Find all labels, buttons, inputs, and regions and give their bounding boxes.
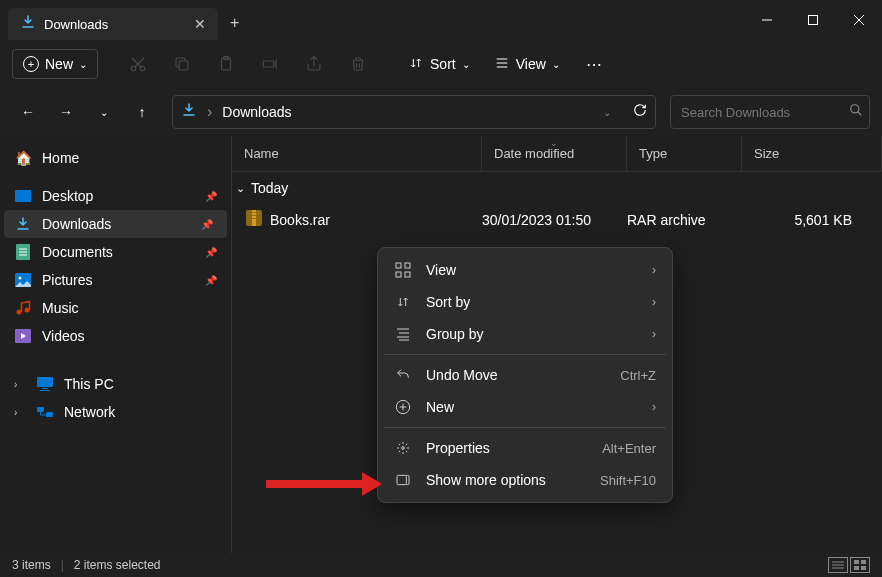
sidebar-label: This PC xyxy=(64,376,114,392)
svg-rect-45 xyxy=(854,566,859,570)
tab-title: Downloads xyxy=(44,17,186,32)
tab[interactable]: Downloads ✕ xyxy=(8,8,218,40)
context-view[interactable]: View › xyxy=(384,254,666,286)
path-chevron-icon: › xyxy=(207,103,212,121)
sidebar-item-pictures[interactable]: Pictures 📌 xyxy=(0,266,231,294)
svg-point-24 xyxy=(19,277,22,280)
share-button[interactable] xyxy=(294,46,334,82)
context-group-by[interactable]: Group by › xyxy=(384,318,666,350)
file-row[interactable]: Books.rar 30/01/2023 01:50 RAR archive 5… xyxy=(232,204,882,235)
column-size[interactable]: Size xyxy=(742,136,882,171)
details-view-button[interactable] xyxy=(828,557,848,573)
sidebar-item-network[interactable]: › Network xyxy=(0,398,231,426)
home-icon: 🏠 xyxy=(14,150,32,166)
group-header-today[interactable]: ⌄ Today xyxy=(232,172,882,204)
svg-rect-39 xyxy=(252,218,256,219)
thumbnails-view-button[interactable] xyxy=(850,557,870,573)
svg-rect-38 xyxy=(252,215,256,216)
column-type[interactable]: Type xyxy=(627,136,742,171)
chevron-right-icon: › xyxy=(652,400,656,414)
show-more-icon xyxy=(394,472,412,488)
sort-button[interactable]: Sort ⌄ xyxy=(398,49,480,80)
chevron-down-icon[interactable]: ⌄ xyxy=(603,107,611,118)
back-button[interactable]: ← xyxy=(12,96,44,128)
svg-rect-11 xyxy=(263,61,274,67)
svg-rect-37 xyxy=(252,212,256,213)
more-button[interactable]: ⋯ xyxy=(574,46,614,82)
file-size: 5,601 KB xyxy=(742,212,882,228)
pin-icon: 📌 xyxy=(205,247,217,258)
forward-button[interactable]: → xyxy=(50,96,82,128)
close-button[interactable] xyxy=(836,0,882,40)
up-button[interactable]: ↑ xyxy=(126,96,158,128)
context-undo-move[interactable]: Undo Move Ctrl+Z xyxy=(384,359,666,391)
sidebar-label: Videos xyxy=(42,328,85,344)
chevron-right-icon: › xyxy=(652,327,656,341)
refresh-button[interactable] xyxy=(633,103,647,121)
context-show-more[interactable]: Show more options Shift+F10 xyxy=(384,464,666,496)
rar-file-icon xyxy=(246,210,262,229)
sort-indicator-icon: ⌄ xyxy=(550,138,558,148)
new-label: New xyxy=(45,56,73,72)
item-count: 3 items xyxy=(12,558,51,572)
sort-icon xyxy=(408,55,424,74)
new-tab-button[interactable]: + xyxy=(230,14,239,32)
network-icon xyxy=(36,405,54,419)
file-name: Books.rar xyxy=(270,212,330,228)
expand-icon[interactable]: › xyxy=(14,379,24,390)
sidebar: 🏠 Home Desktop 📌 Downloads 📌 Documents 📌… xyxy=(0,136,232,553)
sort-label: Sort xyxy=(430,56,456,72)
shortcut: Alt+Enter xyxy=(602,441,656,456)
sidebar-label: Network xyxy=(64,404,115,420)
chevron-right-icon: › xyxy=(652,295,656,309)
search-icon[interactable] xyxy=(849,103,863,121)
context-properties[interactable]: Properties Alt+Enter xyxy=(384,432,666,464)
sidebar-label: Pictures xyxy=(42,272,93,288)
pin-icon: 📌 xyxy=(205,191,217,202)
plus-circle-icon xyxy=(394,399,412,415)
cut-button[interactable] xyxy=(118,46,158,82)
delete-button[interactable] xyxy=(338,46,378,82)
undo-icon xyxy=(394,367,412,383)
shortcut: Shift+F10 xyxy=(600,473,656,488)
pin-icon: 📌 xyxy=(201,219,213,230)
maximize-button[interactable] xyxy=(790,0,836,40)
addressbar[interactable]: › Downloads ⌄ xyxy=(172,95,656,129)
copy-button[interactable] xyxy=(162,46,202,82)
column-name[interactable]: Name xyxy=(232,136,482,171)
sidebar-label: Desktop xyxy=(42,188,93,204)
sidebar-item-desktop[interactable]: Desktop 📌 xyxy=(0,182,231,210)
new-button[interactable]: + New ⌄ xyxy=(12,49,98,79)
group-icon xyxy=(394,326,412,342)
search-box[interactable] xyxy=(670,95,870,129)
context-label: Group by xyxy=(426,326,638,342)
pin-icon: 📌 xyxy=(205,275,217,286)
rename-button[interactable] xyxy=(250,46,290,82)
paste-button[interactable] xyxy=(206,46,246,82)
recent-dropdown[interactable]: ⌄ xyxy=(88,96,120,128)
sidebar-item-downloads[interactable]: Downloads 📌 xyxy=(4,210,227,238)
properties-icon xyxy=(394,440,412,456)
sidebar-label: Downloads xyxy=(42,216,111,232)
column-date[interactable]: ⌄Date modified xyxy=(482,136,627,171)
view-button[interactable]: View ⌄ xyxy=(484,49,570,80)
separator: | xyxy=(61,558,64,572)
music-icon xyxy=(14,300,32,316)
context-label: New xyxy=(426,399,638,415)
tab-close-button[interactable]: ✕ xyxy=(194,16,206,32)
file-date: 30/01/2023 01:50 xyxy=(482,212,627,228)
context-label: Undo Move xyxy=(426,367,606,383)
context-sort-by[interactable]: Sort by › xyxy=(384,286,666,318)
expand-icon[interactable]: › xyxy=(14,407,24,418)
sidebar-item-this-pc[interactable]: › This PC xyxy=(0,370,231,398)
sidebar-item-documents[interactable]: Documents 📌 xyxy=(0,238,231,266)
svg-rect-48 xyxy=(405,263,410,268)
context-new[interactable]: New › xyxy=(384,391,666,423)
toolbar: + New ⌄ Sort ⌄ View ⌄ ⋯ xyxy=(0,40,882,88)
sidebar-item-videos[interactable]: Videos xyxy=(0,322,231,350)
sidebar-item-home[interactable]: 🏠 Home xyxy=(0,144,231,172)
sidebar-item-music[interactable]: Music xyxy=(0,294,231,322)
pictures-icon xyxy=(14,273,32,287)
minimize-button[interactable] xyxy=(744,0,790,40)
search-input[interactable] xyxy=(681,105,849,120)
